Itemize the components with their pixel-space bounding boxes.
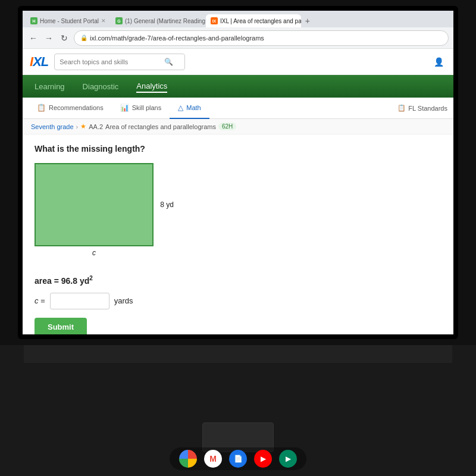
c-equals-label: c =: [35, 296, 45, 305]
bottom-label: c: [92, 249, 96, 257]
search-icon: 🔍: [164, 58, 173, 66]
browser-tab-2[interactable]: G (1) General (Martinez Reading G... ✕: [111, 14, 206, 27]
keyboard-area: hp M 📄 ▶ ▶: [0, 345, 476, 476]
nav-item-diagnostic[interactable]: Diagnostic: [83, 81, 119, 92]
fl-standards-label: FL Standards: [408, 105, 447, 112]
area-text: area = 96.8 yd: [35, 276, 89, 286]
tab3-favicon: IX: [211, 17, 218, 24]
tab1-favicon: H: [30, 17, 37, 24]
address-bar[interactable]: 🔒 ixl.com/math/grade-7/area-of-rectangle…: [74, 30, 449, 46]
nav-item-learning[interactable]: Learning: [35, 81, 65, 92]
forward-button[interactable]: →: [43, 32, 55, 44]
youtube-taskbar-icon[interactable]: ▶: [254, 450, 272, 468]
subnav-recommendations-label: Recommendations: [49, 104, 104, 111]
user-avatar[interactable]: 👤: [431, 54, 446, 70]
input-row: c = yards: [35, 293, 441, 309]
units-label: yards: [114, 296, 133, 305]
chrome-taskbar-icon[interactable]: [179, 450, 197, 468]
submit-button[interactable]: Submit: [35, 318, 87, 334]
search-input[interactable]: [60, 58, 161, 65]
tab1-label: Home - Student Portal: [40, 18, 99, 24]
subnav-skillplans-label: Skill plans: [132, 104, 162, 111]
screen-content: H Home - Student Portal ✕ G (1) General …: [23, 11, 453, 334]
area-equation: area = 96.8 yd2: [35, 275, 441, 286]
docs-taskbar-icon[interactable]: 📄: [229, 450, 247, 468]
main-content: What is the missing length? 8 yd c area …: [23, 134, 453, 334]
breadcrumb-skill-code: AA.2: [89, 123, 103, 130]
nav-item-analytics[interactable]: Analytics: [136, 80, 167, 93]
logo-xl: XL: [33, 54, 48, 69]
browser-toolbar: ← → ↻ 🔒 ixl.com/math/grade-7/area-of-rec…: [23, 27, 453, 49]
subnav-math[interactable]: △ Math: [170, 98, 209, 119]
laptop-body: H Home - Student Portal ✕ G (1) General …: [0, 0, 476, 476]
breadcrumb-badge: 62H: [218, 123, 236, 130]
subnav-recommendations[interactable]: 📋 Recommendations: [29, 98, 112, 119]
subnav-math-label: Math: [186, 104, 201, 111]
breadcrumb-sep: ›: [76, 123, 79, 130]
skillplans-icon: 📊: [120, 104, 129, 112]
subnav-skillplans[interactable]: 📊 Skill plans: [112, 98, 170, 119]
lock-icon: 🔒: [80, 35, 87, 41]
tab2-favicon: G: [115, 17, 123, 24]
laptop-screen: H Home - Student Portal ✕ G (1) General …: [18, 6, 458, 339]
area-superscript: 2: [89, 275, 93, 281]
add-tab-button[interactable]: +: [301, 14, 314, 27]
ixl-header: IXL 🔍 👤: [23, 49, 453, 75]
back-button[interactable]: ←: [27, 32, 39, 44]
address-text: ixl.com/math/grade-7/area-of-rectangles-…: [90, 35, 264, 42]
math-icon: △: [178, 104, 183, 112]
ixl-nav: Learning Diagnostic Analytics: [23, 75, 453, 98]
browser-tab-bar: H Home - Student Portal ✕ G (1) General …: [23, 11, 453, 27]
tab1-close[interactable]: ✕: [101, 18, 106, 24]
question-text: What is the missing length?: [35, 144, 441, 154]
answer-input[interactable]: [50, 293, 109, 309]
rectangle-shape: 8 yd c: [35, 163, 154, 246]
answer-area: area = 96.8 yd2 c = yards Submit: [35, 275, 441, 334]
play-taskbar-icon[interactable]: ▶: [279, 450, 297, 468]
taskbar: M 📄 ▶ ▶: [170, 447, 306, 470]
recommendations-icon: 📋: [37, 104, 46, 112]
diagram-area: 8 yd c: [35, 163, 154, 246]
ixl-logo: IXL: [30, 54, 48, 70]
browser-tab-1[interactable]: H Home - Student Portal ✕: [26, 14, 111, 27]
tab3-label: IXL | Area of rectangles and para...: [220, 18, 301, 24]
keyboard-bezel: [24, 345, 452, 363]
breadcrumb-star: ★: [80, 123, 86, 130]
side-label: 8 yd: [160, 201, 174, 209]
gmail-taskbar-icon[interactable]: M: [204, 450, 222, 468]
search-bar[interactable]: 🔍: [54, 54, 185, 70]
fl-standards-icon: 📋: [397, 104, 406, 112]
tab2-label: (1) General (Martinez Reading G...: [125, 18, 206, 24]
sub-nav: 📋 Recommendations 📊 Skill plans △ Math 📋…: [23, 98, 453, 119]
fl-standards-link[interactable]: 📋 FL Standards: [397, 104, 447, 112]
breadcrumb-skill-label: Area of rectangles and parallelograms: [105, 123, 216, 130]
breadcrumb: Seventh grade › ★ AA.2 Area of rectangle…: [23, 119, 453, 134]
browser-tab-3[interactable]: IX IXL | Area of rectangles and para... …: [206, 14, 301, 27]
refresh-button[interactable]: ↻: [58, 32, 70, 44]
breadcrumb-grade[interactable]: Seventh grade: [31, 123, 74, 130]
